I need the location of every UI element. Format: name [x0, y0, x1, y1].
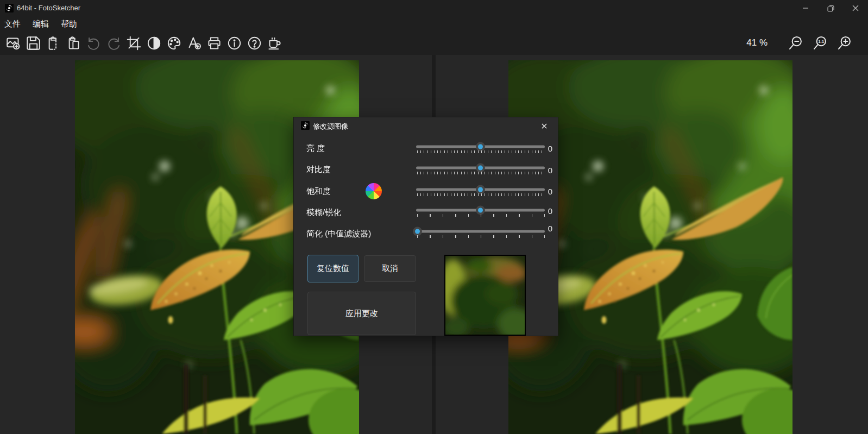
dialog-title: 修改源图像	[313, 122, 348, 131]
svg-text:1:1: 1:1	[819, 39, 824, 44]
zoom-in-icon	[837, 35, 852, 51]
menu-file[interactable]: 文件	[4, 17, 26, 31]
paste-icon	[66, 36, 81, 51]
saturation-slider-thumb[interactable]	[476, 185, 485, 194]
saturation-value: 0	[543, 187, 558, 196]
menu-bar: 文件 编辑 帮助	[0, 16, 868, 32]
info-icon	[227, 36, 242, 51]
zoom-out-button[interactable]	[788, 34, 804, 52]
menu-help[interactable]: 帮助	[61, 17, 82, 31]
open-image-icon	[6, 36, 21, 51]
simplify-slider-ticks	[417, 235, 545, 238]
contrast-slider-thumb[interactable]	[476, 163, 485, 173]
undo-icon	[86, 36, 101, 51]
help-button[interactable]	[246, 34, 262, 52]
crop-button[interactable]	[125, 34, 142, 52]
restore-button[interactable]	[818, 0, 843, 16]
contrast-slider[interactable]	[416, 167, 545, 169]
contrast-slider-ticks	[417, 172, 545, 174]
print-icon	[207, 36, 222, 51]
copy-button[interactable]	[45, 34, 61, 52]
simplify-label: 简化 (中值滤波器)	[306, 229, 371, 239]
window-title: 64bit - FotoSketcher	[17, 4, 80, 12]
dialog-close-button[interactable]: ✕	[536, 118, 552, 134]
simplify-slider[interactable]	[416, 230, 545, 233]
cancel-button[interactable]: 取消	[364, 255, 416, 282]
brightness-slider[interactable]	[416, 146, 545, 148]
saturation-slider[interactable]	[416, 188, 545, 191]
zoom-out-icon	[788, 35, 803, 51]
zoom-one-to-one-button[interactable]: 1:1	[812, 34, 828, 52]
palette-button[interactable]	[166, 34, 182, 52]
paste-button[interactable]	[65, 34, 81, 52]
dialog-logo-icon	[301, 121, 310, 130]
blur-sharpen-slider-ticks	[417, 214, 545, 217]
blur-sharpen-label: 模糊/锐化	[306, 207, 341, 218]
dialog-title-bar: 修改源图像 ✕	[294, 117, 558, 134]
crop-icon	[127, 36, 141, 51]
coffee-icon	[267, 36, 282, 51]
reset-values-button[interactable]: 复位数值	[307, 255, 358, 282]
close-icon	[852, 5, 859, 11]
zoom-level: 41 %	[746, 37, 768, 48]
blur-sharpen-value: 0	[543, 206, 558, 216]
open-image-button[interactable]	[5, 34, 21, 52]
minimize-icon	[802, 5, 809, 11]
coffee-button[interactable]	[266, 34, 282, 52]
apply-changes-button[interactable]: 应用更改	[307, 292, 416, 335]
simplify-slider-thumb[interactable]	[413, 227, 422, 236]
zoom-in-button[interactable]	[836, 34, 853, 52]
contrast-value: 0	[543, 166, 558, 175]
saturation-slider-ticks	[417, 193, 545, 196]
palette-icon	[167, 36, 181, 51]
app-logo-icon	[5, 4, 14, 12]
brightness-slider-thumb[interactable]	[476, 142, 485, 152]
blur-sharpen-slider[interactable]	[416, 209, 545, 212]
contrast-button[interactable]	[146, 34, 162, 52]
print-button[interactable]	[206, 34, 222, 52]
preview-thumbnail	[444, 255, 526, 336]
title-bar: 64bit - FotoSketcher	[0, 0, 868, 16]
brightness-value: 0	[543, 144, 558, 153]
redo-button[interactable]	[105, 34, 122, 52]
save-icon	[26, 36, 41, 51]
modify-source-image-dialog: 修改源图像 ✕ 亮 度 0 对比度 0 饱和度 0 模糊/锐化 0 简化 (中值…	[293, 117, 558, 336]
minimize-button[interactable]	[793, 0, 818, 16]
restore-icon	[827, 5, 834, 12]
contrast-label: 对比度	[306, 165, 331, 175]
zoom-one-to-one-icon: 1:1	[813, 35, 828, 51]
save-button[interactable]	[25, 34, 41, 52]
help-icon	[247, 36, 262, 51]
brightness-label: 亮 度	[306, 143, 325, 154]
copy-icon	[46, 36, 61, 51]
simplify-value: 0	[543, 224, 558, 233]
add-text-icon	[187, 36, 202, 51]
contrast-icon	[147, 36, 161, 51]
redo-icon	[106, 36, 121, 51]
blur-sharpen-slider-thumb[interactable]	[476, 206, 485, 215]
brightness-slider-ticks	[417, 150, 545, 153]
fotosketcher-window: 64bit - FotoSketcher 文件 编辑 帮助	[0, 0, 868, 434]
saturation-label: 饱和度	[306, 186, 331, 197]
toolbar: 41 % 1:1	[0, 32, 868, 55]
color-wheel-icon[interactable]	[366, 183, 382, 199]
close-button[interactable]	[843, 0, 868, 16]
info-button[interactable]	[226, 34, 242, 52]
menu-edit[interactable]: 编辑	[33, 17, 54, 31]
add-text-button[interactable]	[186, 34, 202, 52]
undo-button[interactable]	[85, 34, 102, 52]
